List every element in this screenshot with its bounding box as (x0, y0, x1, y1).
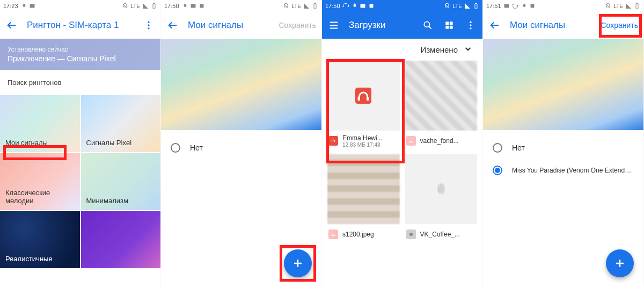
status-time: 17:50 (325, 3, 340, 9)
app-bar: Мои сигналы Сохранить (483, 12, 643, 39)
svg-point-25 (438, 185, 440, 186)
svg-rect-29 (530, 4, 534, 8)
category-label: Мои сигналы (5, 139, 48, 147)
status-bar: 17:51 LTE (483, 0, 643, 12)
category-minimalism[interactable]: Минимализм (81, 153, 161, 210)
overflow-menu-button[interactable] (464, 19, 477, 32)
svg-point-21 (470, 27, 471, 29)
signal-icon (142, 3, 149, 9)
dnd-icon (444, 3, 450, 9)
svg-rect-10 (360, 4, 365, 8)
app-bar: Мои сигналы Сохранить (161, 12, 321, 39)
category-grid: Мои сигналы Сигналы Pixel Классические м… (0, 95, 160, 268)
battery-icon (473, 3, 479, 9)
file-thumb (405, 61, 478, 131)
image-icon (190, 3, 196, 9)
ringtone-option-selected[interactable]: Miss You Paradise (Venom One Extended Mi… (483, 159, 643, 182)
file-thumb (327, 61, 400, 131)
category-label: Классические мелодии (5, 189, 75, 205)
android-icon (406, 229, 416, 239)
app-icon (529, 3, 536, 9)
svg-point-26 (442, 185, 443, 186)
svg-rect-12 (475, 4, 477, 9)
svg-point-4 (148, 24, 149, 26)
back-button[interactable] (166, 19, 179, 32)
sync-icon (342, 3, 349, 9)
category-label: Реалистичные (5, 255, 53, 263)
svg-point-19 (470, 21, 471, 23)
screen-ringtone-picker: 17:23 LTE Рингтон - SIM-карта 1 (0, 0, 161, 287)
page-title: Рингтон - SIM-карта 1 (27, 20, 134, 31)
app-bar: Рингтон - SIM-карта 1 (0, 12, 160, 39)
hero-gradient (161, 39, 321, 130)
svg-rect-17 (445, 26, 449, 29)
svg-rect-18 (450, 26, 453, 29)
view-grid-button[interactable] (443, 19, 456, 32)
svg-point-20 (470, 24, 471, 26)
back-button[interactable] (5, 19, 18, 32)
image-icon (406, 136, 416, 146)
status-net: LTE (613, 3, 623, 9)
file-item-audio[interactable]: Emma Hewi... 12,83 МБ 17:48 (327, 61, 400, 149)
svg-rect-6 (191, 4, 195, 8)
radio-icon (171, 143, 180, 153)
audio-icon (328, 136, 338, 146)
search-ringtones-label: Поиск рингтонов (0, 70, 160, 95)
add-fab[interactable] (606, 249, 634, 277)
category-classical[interactable]: Классические мелодии (0, 153, 80, 210)
dnd-icon (605, 3, 611, 9)
file-item-image[interactable]: s1200.jpeg (327, 154, 400, 242)
status-net: LTE (452, 3, 462, 9)
app-icon (368, 3, 375, 9)
save-button[interactable]: Сохранить (279, 21, 316, 30)
sort-bar[interactable]: Изменено (322, 39, 482, 61)
svg-point-3 (148, 21, 149, 23)
svg-rect-31 (636, 3, 638, 4)
category-pixel-sounds[interactable]: Сигналы Pixel (81, 95, 161, 152)
radio-icon (493, 143, 502, 153)
dnd-icon (122, 3, 128, 9)
banner-subtitle: Установлено сейчас (8, 46, 153, 53)
status-time: 17:50 (164, 3, 179, 9)
file-sub: 12,83 МБ 17:48 (342, 142, 383, 148)
image-icon (503, 3, 510, 9)
battery-icon (634, 3, 640, 9)
save-button[interactable]: Сохранить (601, 21, 638, 30)
sync-icon (512, 3, 518, 9)
hero-gradient (483, 39, 643, 130)
file-name: vache_fond... (420, 137, 459, 145)
file-item-image[interactable]: vache_fond... (405, 61, 478, 149)
svg-rect-13 (475, 3, 477, 4)
status-net: LTE (291, 3, 301, 9)
svg-rect-0 (30, 4, 34, 8)
status-bar: 17:50 LTE (161, 0, 321, 12)
svg-rect-11 (369, 4, 373, 8)
screen-downloads: 17:50 LTE Загрузки Изменено (322, 0, 483, 287)
add-fab[interactable] (284, 249, 312, 277)
status-time: 17:23 (3, 3, 18, 9)
file-thumb (327, 154, 400, 224)
svg-rect-22 (355, 88, 371, 104)
screen-my-sounds-empty: 17:50 LTE Мои сигналы Сохранить Нет (161, 0, 322, 287)
category-extra[interactable] (81, 211, 161, 268)
back-button[interactable] (488, 19, 501, 32)
category-label: Сигналы Pixel (86, 139, 132, 147)
category-realistic[interactable]: Реалистичные (0, 211, 80, 268)
file-item-apk[interactable]: VK_Coffee_... (405, 154, 478, 242)
category-my-sounds[interactable]: Мои сигналы (0, 95, 80, 152)
ringtone-option-none[interactable]: Нет (483, 137, 643, 159)
search-button[interactable] (421, 19, 434, 32)
page-title: Загрузки (349, 20, 413, 31)
category-label: Минимализм (86, 197, 128, 205)
hamburger-menu-button[interactable] (327, 19, 340, 32)
current-ringtone-banner[interactable]: Установлено сейчас Приключение — Сигналы… (0, 39, 160, 70)
svg-rect-9 (314, 3, 316, 4)
status-net: LTE (130, 3, 140, 9)
flame-icon (181, 3, 188, 9)
signal-icon (303, 3, 310, 9)
battery-icon (312, 3, 318, 9)
ringtone-option-none[interactable]: Нет (161, 137, 321, 159)
option-label: Нет (512, 144, 525, 152)
android-icon (434, 182, 448, 196)
overflow-menu-button[interactable] (142, 19, 155, 32)
